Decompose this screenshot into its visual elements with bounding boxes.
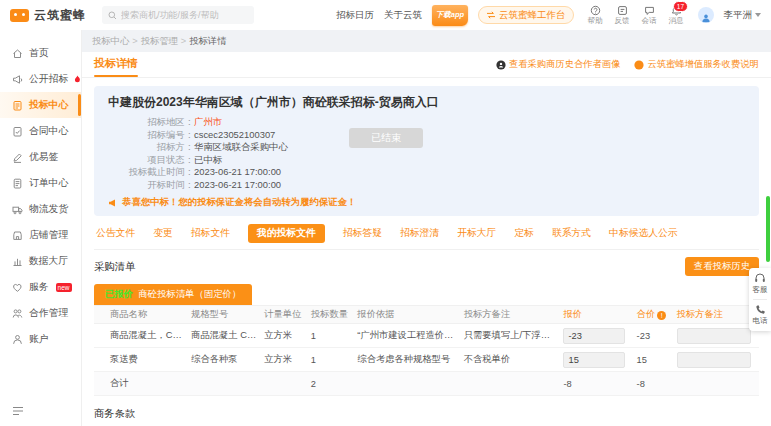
quote-input[interactable] [563,352,625,368]
logo[interactable]: 云筑蜜蜂 [10,7,86,24]
fee-notice-link[interactable]: 云筑蜜蜂增值服务收费说明 [634,58,759,71]
megaphone-notice-icon [108,198,118,208]
bid-info-panel: 中建股份2023年华南区域（广州市）商砼联采招标-贸易商入口 招标地区： 广州市… [94,86,759,216]
sidebar-item-data-hall[interactable]: 数据大厅 [0,248,81,274]
col-bidder-reply: 投标方备注 [673,306,760,324]
sidebar-item-logistics[interactable]: 物流发货 [0,196,81,222]
sidebar-item-account[interactable]: 账户 [0,326,81,352]
bee-robot-logo-icon [10,9,29,22]
sidebar-item-order-center[interactable]: 订单中心 [0,170,81,196]
heart-icon [12,282,23,293]
cell-quote [559,324,632,348]
scrollbar-thumb[interactable] [766,196,770,262]
tab-candidate-publicity[interactable]: 中标候选人公示 [609,227,678,240]
field-label: 招标编号： [108,129,194,142]
tab-announcement-file[interactable]: 公告文件 [96,227,135,240]
col-quote: 报价 [559,306,632,324]
bidder-reply-input[interactable] [677,328,752,344]
collapse-sidebar-icon[interactable] [12,406,24,418]
tab-changes[interactable]: 变更 [153,227,173,240]
contract-icon [12,126,23,137]
buyer-portrait-link[interactable]: 查看采购商历史合作者画像 [496,58,621,71]
workbench-button[interactable]: 云筑蜜蜂工作台 [478,6,574,24]
messages-button[interactable]: 消息 17 [665,5,688,25]
tab-clarification[interactable]: 招标澄清 [400,227,439,240]
feedback-icon [617,5,628,16]
app-root: 云筑蜜蜂 招标日历 关于云筑 下载app 云筑蜜蜂工作台 帮助 反馈 [0,0,771,426]
col-price-basis: 报价依据 [353,306,459,324]
chat-label: 会话 [642,16,657,25]
chat-button[interactable]: 会话 [638,5,661,25]
sidebar-item-shop-management[interactable]: 店铺管理 [0,222,81,248]
empty-cell [260,372,307,396]
search-icon [108,11,117,20]
feedback-label: 反馈 [615,16,630,25]
list-tab-wrap: 已报价 商砼投标清单（固定价） [94,284,759,305]
workbench-label: 云筑蜜蜂工作台 [499,9,566,22]
nav-about-yunzhu[interactable]: 关于云筑 [384,9,422,22]
sidebar-item-public-bidding[interactable]: 公开招标 [0,66,81,92]
search-input[interactable] [121,10,248,20]
cell-bidder-note: 只需要填写上/下浮点数，例如“下... [460,324,560,348]
total-qty: 2 [307,372,354,396]
user-menu[interactable]: 李平洲 [724,9,762,22]
people-icon [12,308,23,319]
avatar[interactable] [698,7,714,23]
empty-cell [353,372,459,396]
field-value: 广州市 [194,116,222,129]
empty-cell [460,372,560,396]
field-value: 已中标 [194,154,222,167]
help-button[interactable]: 帮助 [584,5,607,25]
table-row: 商品混凝土，C30泵送 商品混凝土 C30泵送 立方米 1 “广州市建设工程造价… [94,324,759,348]
sidebar-label: 投标中心 [29,99,68,112]
field-tenderer: 招标方： 华南区域联合采购中心 [108,141,745,154]
sidebar-item-services[interactable]: 服务 new [0,274,81,300]
sidebar-item-contract-center[interactable]: 合同中心 [0,118,81,144]
cell-price-basis: 综合考虑各种规格型号 [353,348,459,372]
sidebar-item-home[interactable]: 首页 [0,40,81,66]
sidebar-label: 数据大厅 [29,255,68,268]
tab-open-bid-hall[interactable]: 开标大厅 [457,227,496,240]
purchase-section-title: 采购清单 [94,260,135,274]
sidebar-item-cooperation[interactable]: 合作管理 [0,300,81,326]
customer-service-label: 客服 [753,285,768,295]
tab-bid-detail[interactable]: 投标详情 [94,56,138,77]
detail-tabs: 公告文件 变更 招标文件 我的投标文件 招标答疑 招标澄清 开标大厅 定标 联系… [94,222,759,250]
tab-contact[interactable]: 联系方式 [552,227,591,240]
breadcrumb-separator: > [132,36,137,46]
quote-list-tab[interactable]: 已报价 商砼投标清单（固定价） [94,284,252,305]
sidebar-item-bid-center[interactable]: 投标中心 [0,92,81,118]
person-icon [12,334,23,345]
download-app-badge[interactable]: 下载app [432,5,468,26]
bidder-reply-input[interactable] [677,352,752,368]
breadcrumb-bid-center[interactable]: 投标中心 [92,36,129,46]
cell-product-name: 商品混凝土，C30泵送 [94,324,187,348]
feedback-button[interactable]: 反馈 [611,5,634,25]
cell-amount: -23 [633,324,673,348]
truck-icon [12,204,23,215]
cell-product-name: 泵送费 [94,348,187,372]
cell-spec: 商品混凝土 C30泵送 [187,324,260,348]
fire-icon [74,74,81,84]
breadcrumb-bid-detail: 投标详情 [189,36,226,46]
breadcrumb-bid-management[interactable]: 投标管理 [141,36,178,46]
nav-bid-calendar[interactable]: 招标日历 [336,9,374,22]
message-count-badge: 17 [673,1,687,12]
help-label: 帮助 [588,16,603,25]
tab-tender-file[interactable]: 招标文件 [191,227,230,240]
new-badge: new [56,283,72,292]
total-amount: -8 [633,372,673,396]
quote-input[interactable] [563,328,625,344]
sidebar-label: 首页 [29,47,49,60]
sidebar-item-esign[interactable]: 优易签 [0,144,81,170]
tab-my-bid-file[interactable]: 我的投标文件 [248,224,325,243]
phone-button[interactable]: 电话 [753,304,768,326]
col-unit: 计量单位 [260,306,307,324]
help-icon [590,5,601,16]
tab-award[interactable]: 定标 [514,227,534,240]
customer-service-button[interactable]: 客服 [753,273,768,295]
info-icon[interactable] [657,311,666,320]
view-bid-history-button[interactable]: 查看投标历史 [685,257,759,276]
tab-qa[interactable]: 招标答疑 [343,227,382,240]
global-search[interactable] [102,6,254,24]
